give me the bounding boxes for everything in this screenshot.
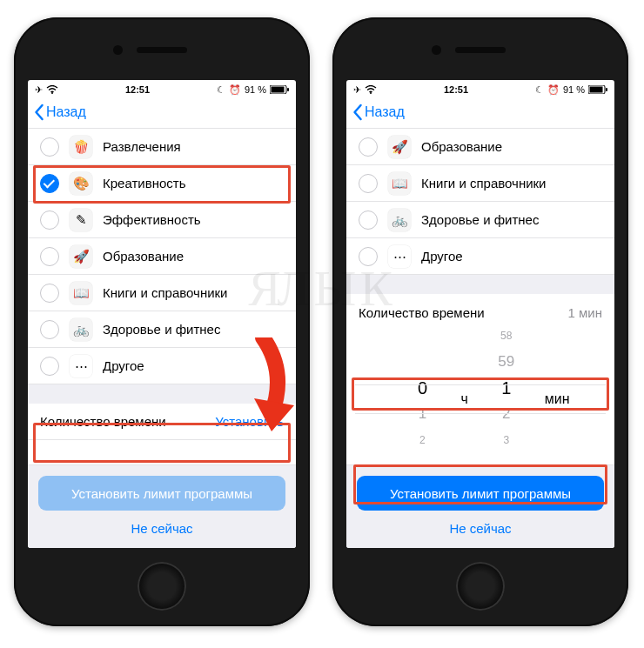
- moon-icon: ☾: [535, 84, 544, 96]
- set-limit-label: Установить лимит программы: [390, 486, 571, 501]
- category-label: Книги и справочники: [103, 285, 228, 300]
- svg-rect-6: [590, 87, 603, 93]
- category-label: Здоровье и фитнес: [103, 322, 220, 337]
- category-row-other[interactable]: ⋯Другое: [28, 348, 296, 384]
- category-row-creativity[interactable]: 🎨Креативность: [28, 165, 296, 202]
- hours-selected: 0: [418, 375, 427, 401]
- category-label: Книги и справочники: [421, 176, 547, 190]
- phone-speaker: [137, 47, 187, 53]
- airplane-icon: ✈︎: [353, 84, 361, 96]
- category-row-health[interactable]: 🚲Здоровье и фитнес: [28, 311, 296, 348]
- category-checkbox[interactable]: [359, 210, 378, 230]
- creativity-icon: 🎨: [70, 172, 92, 195]
- alarm-icon: ⏰: [229, 84, 241, 96]
- category-checkbox[interactable]: [40, 357, 59, 376]
- battery-text: 91 %: [245, 84, 266, 95]
- category-row-productivity[interactable]: ✎Эффективность: [28, 202, 296, 238]
- category-checkbox[interactable]: [40, 137, 59, 157]
- category-label: Образование: [421, 139, 502, 154]
- min-opt: 2: [502, 401, 510, 427]
- phone-camera: [432, 45, 441, 55]
- status-time: 12:51: [125, 84, 150, 95]
- other-icon: ⋯: [70, 355, 92, 377]
- not-now-button[interactable]: Не сейчас: [357, 511, 604, 539]
- time-amount-row[interactable]: Количество времени Установить: [28, 404, 296, 440]
- productivity-icon: ✎: [70, 209, 92, 231]
- set-limit-button[interactable]: Установить лимит программы: [357, 476, 604, 511]
- category-checkbox[interactable]: [359, 137, 378, 157]
- section-gap: [28, 384, 296, 404]
- category-checkbox[interactable]: [359, 174, 378, 193]
- category-label: Развлечения: [103, 139, 181, 154]
- phone-speaker: [455, 47, 506, 53]
- chevron-left-icon: [352, 104, 363, 121]
- category-checkbox[interactable]: [40, 320, 59, 339]
- minutes-wheel[interactable]: 58 59 1 2 3: [472, 331, 541, 445]
- minutes-selected: 1: [501, 375, 511, 401]
- category-label: Образование: [103, 249, 184, 264]
- hours-wheel[interactable]: 0 1 2: [387, 331, 457, 445]
- phone-camera: [113, 45, 123, 55]
- category-list: 🍿Развлечения🎨Креативность✎Эффективность🚀…: [28, 129, 296, 384]
- svg-point-0: [51, 92, 53, 94]
- category-label: Другое: [103, 358, 144, 373]
- hours-opt: 1: [419, 401, 426, 427]
- category-label: Эффективность: [103, 212, 201, 227]
- entertainment-icon: 🍿: [70, 136, 92, 158]
- battery-icon: [270, 85, 289, 94]
- health-icon: 🚲: [388, 209, 411, 231]
- time-amount-label: Количество времени: [40, 414, 166, 429]
- battery-icon: [588, 85, 607, 94]
- status-bar: ✈︎ 12:51 ☾ ⏰ 91 %: [346, 80, 614, 96]
- time-amount-set-link[interactable]: Установить: [215, 414, 284, 429]
- wifi-icon: [365, 85, 377, 94]
- wifi-icon: [46, 85, 58, 94]
- category-list: 🚀Образование📖Книги и справочники🚲Здоровь…: [346, 129, 614, 275]
- category-row-education[interactable]: 🚀Образование: [346, 129, 614, 165]
- not-now-label: Не сейчас: [449, 521, 511, 536]
- category-checkbox[interactable]: [40, 174, 59, 193]
- home-button[interactable]: [138, 562, 186, 611]
- back-button[interactable]: Назад: [33, 104, 86, 121]
- not-now-button[interactable]: Не сейчас: [38, 511, 285, 539]
- set-limit-button[interactable]: Установить лимит программы: [38, 476, 285, 511]
- status-bar: ✈︎ 12:51 ☾ ⏰ 91 %: [28, 80, 296, 96]
- nav-bar: Назад: [28, 96, 296, 129]
- min-opt: 58: [500, 331, 512, 349]
- hours-opt: 2: [419, 427, 426, 445]
- category-row-entertainment[interactable]: 🍿Развлечения: [28, 129, 296, 165]
- set-limit-label: Установить лимит программы: [71, 486, 252, 501]
- category-checkbox[interactable]: [40, 284, 59, 303]
- books-icon: 📖: [388, 172, 411, 195]
- health-icon: 🚲: [70, 318, 92, 341]
- minutes-unit: мин: [541, 391, 574, 407]
- home-button[interactable]: [456, 562, 505, 611]
- moon-icon: ☾: [217, 84, 225, 96]
- min-opt: 3: [503, 427, 509, 445]
- time-amount-value: 1 мин: [568, 305, 603, 320]
- category-checkbox[interactable]: [40, 247, 59, 266]
- books-icon: 📖: [70, 282, 92, 304]
- chevron-left-icon: [33, 104, 44, 121]
- footer: Установить лимит программы Не сейчас: [28, 464, 296, 548]
- category-row-health[interactable]: 🚲Здоровье и фитнес: [346, 202, 614, 238]
- category-label: Креативность: [103, 176, 185, 190]
- hours-unit: ч: [457, 391, 471, 407]
- phone-right: ✈︎ 12:51 ☾ ⏰ 91 % Назад 🚀Образование📖Кни…: [332, 17, 628, 626]
- category-row-books[interactable]: 📖Книги и справочники: [346, 165, 614, 202]
- footer: Установить лимит программы Не сейчас: [346, 464, 614, 548]
- time-picker[interactable]: 0 1 2 ч 58 59 1 2 3 мин: [346, 331, 614, 445]
- back-button[interactable]: Назад: [352, 104, 405, 121]
- category-checkbox[interactable]: [40, 210, 59, 230]
- alarm-icon: ⏰: [547, 84, 560, 96]
- category-label: Здоровье и фитнес: [421, 212, 539, 227]
- svg-rect-7: [606, 88, 607, 91]
- education-icon: 🚀: [388, 136, 411, 158]
- not-now-label: Не сейчас: [131, 521, 192, 536]
- watermark: ЯЛЫК: [248, 261, 396, 317]
- phone-left: ✈︎ 12:51 ☾ ⏰ 91 % Назад 🍿Развлечения🎨Кре…: [14, 17, 310, 626]
- airplane-icon: ✈︎: [35, 84, 43, 96]
- battery-text: 91 %: [563, 84, 585, 95]
- back-label: Назад: [365, 104, 405, 120]
- min-opt: 59: [498, 349, 514, 375]
